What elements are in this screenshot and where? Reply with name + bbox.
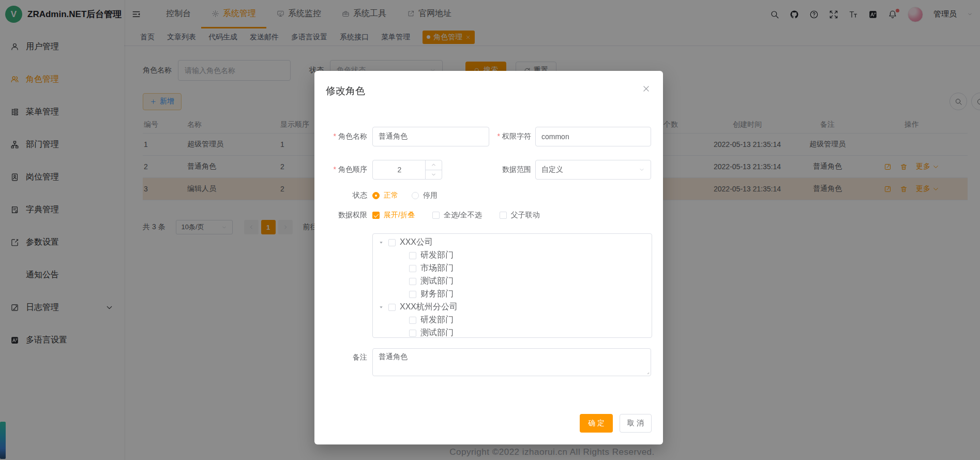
dialog-body: 角色名称 权限字符 角色顺序 2 数据范围 自定义 [314,127,663,376]
tree-node-label: 研发部门 [420,315,454,325]
role-order-stepper[interactable]: 2 [372,160,442,180]
tree-checkbox[interactable] [409,278,416,285]
tree-expand-caret[interactable] [379,240,384,245]
tree-node-label: 测试部门 [420,328,454,338]
tree-node[interactable]: XXX杭州分公司 [373,301,652,314]
decrease-button[interactable] [426,170,442,180]
checkbox-icon [432,212,440,219]
tree-node[interactable]: 测试部门 [373,327,652,338]
remark-textarea[interactable]: 普通角色 [372,348,651,376]
tree-expand-caret[interactable] [379,305,384,310]
tree-node[interactable]: XXX公司 [373,236,652,249]
tree-node[interactable]: 研发部门 [373,314,652,327]
radio-normal-label: 正常 [384,191,398,200]
select-all-label: 全选/全不选 [444,211,482,220]
department-tree: XXX公司研发部门市场部门测试部门财务部门XXX杭州分公司研发部门测试部门 [372,233,652,338]
status-field-label: 状态 [314,191,372,200]
role-name-field[interactable] [372,127,489,146]
tree-checkbox[interactable] [388,239,396,246]
checkbox-icon [500,212,507,219]
radio-disabled[interactable]: 停用 [412,191,438,200]
remark-value: 普通角色 [379,352,408,361]
checkbox-icon [372,212,380,219]
expand-collapse-checkbox[interactable]: 展开/折叠 [372,211,415,220]
data-scope-select[interactable]: 自定义 [535,160,651,180]
radio-normal[interactable]: 正常 [372,191,398,200]
edit-role-dialog: 修改角色 角色名称 权限字符 角色顺序 2 数据范围 [314,71,663,444]
data-perms-label: 数据权限 [314,211,372,220]
radio-icon [412,192,419,199]
tree-checkbox[interactable] [409,330,416,337]
role-name-field-input[interactable] [379,132,483,141]
dialog-title: 修改角色 [326,84,365,98]
tree-checkbox[interactable] [409,265,416,272]
role-key-field-input[interactable] [541,132,645,141]
data-scope-value: 自定义 [541,165,563,174]
role-name-field-label: 角色名称 [314,132,372,141]
close-icon[interactable] [642,84,651,93]
tree-node[interactable]: 研发部门 [373,249,652,262]
tree-node-label: 研发部门 [420,250,454,261]
select-all-checkbox[interactable]: 全选/全不选 [432,211,482,220]
perms-check-group: 展开/折叠 全选/全不选 父子联动 [372,211,540,220]
tree-checkbox[interactable] [388,304,396,311]
chevron-down-icon [639,167,645,173]
status-radio-group: 正常 停用 [372,191,438,200]
tree-node[interactable]: 测试部门 [373,275,652,288]
role-order-value: 2 [398,166,417,174]
confirm-button[interactable]: 确 定 [580,414,613,433]
role-key-field-label: 权限字符 [489,132,535,141]
tree-node-label: 财务部门 [420,289,454,300]
cancel-button[interactable]: 取 消 [620,414,652,433]
parent-child-label: 父子联动 [511,211,540,220]
data-scope-label: 数据范围 [489,165,535,174]
resize-handle-icon[interactable] [644,369,650,375]
increase-button[interactable] [426,160,442,170]
dialog-footer: 确 定 取 消 [580,414,652,433]
expand-collapse-label: 展开/折叠 [384,211,415,220]
tree-node[interactable]: 财务部门 [373,288,652,301]
remark-field-label: 备注 [314,348,372,362]
radio-icon [372,192,380,199]
dialog-header: 修改角色 [314,71,663,98]
parent-child-checkbox[interactable]: 父子联动 [500,211,540,220]
stepper-controls [425,160,442,179]
tree-checkbox[interactable] [409,291,416,298]
tree-checkbox[interactable] [409,252,416,259]
tree-checkbox[interactable] [409,317,416,324]
tree-node-label: 市场部门 [420,263,454,274]
radio-disabled-label: 停用 [423,191,438,200]
tree-node-label: XXX杭州分公司 [400,302,458,313]
tree-node-label: XXX公司 [400,237,433,248]
role-order-field-label: 角色顺序 [314,165,372,174]
role-key-field[interactable] [535,127,651,146]
tree-node-label: 测试部门 [420,276,454,287]
tree-node[interactable]: 市场部门 [373,262,652,275]
